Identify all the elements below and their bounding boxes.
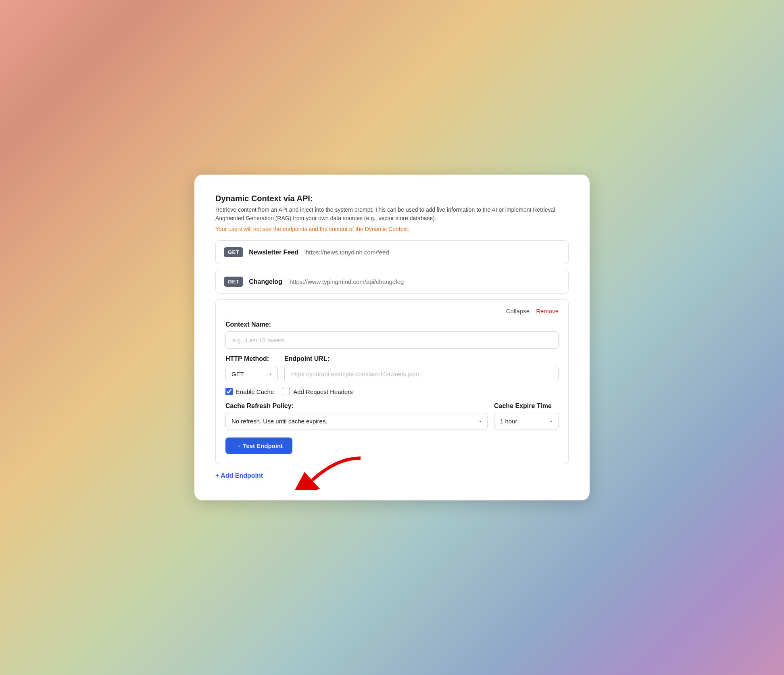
http-method-group: HTTP Method: GET POST PUT DELETE PATCH bbox=[225, 355, 278, 382]
expanded-endpoint-section: Collapse Remove Context Name: HTTP Metho… bbox=[215, 299, 569, 464]
add-request-headers-label: Add Request Headers bbox=[293, 388, 353, 395]
cache-expire-group: Cache Expire Time 1 hour 6 hours 12 hour… bbox=[494, 402, 559, 429]
main-card: Dynamic Context via API: Retrieve conten… bbox=[194, 175, 590, 500]
enable-cache-label: Enable Cache bbox=[236, 388, 274, 395]
cache-policy-label: Cache Refresh Policy: bbox=[225, 402, 488, 410]
add-endpoint-row: + Add Endpoint bbox=[215, 472, 569, 479]
expanded-header: Collapse Remove bbox=[225, 308, 559, 315]
context-name-label: Context Name: bbox=[225, 321, 559, 328]
endpoint-name-changelog: Changelog bbox=[249, 278, 282, 285]
collapse-button[interactable]: Collapse bbox=[506, 308, 530, 315]
add-request-headers-checkbox[interactable] bbox=[283, 388, 290, 395]
checkbox-row: Enable Cache Add Request Headers bbox=[225, 388, 559, 395]
method-url-row: HTTP Method: GET POST PUT DELETE PATCH E… bbox=[225, 355, 559, 382]
endpoint-item-newsletter: GET Newsletter Feed https://news.tonydin… bbox=[215, 240, 569, 264]
http-method-label: HTTP Method: bbox=[225, 355, 278, 362]
endpoint-item-changelog: GET Changelog https://www.typingmind.com… bbox=[215, 270, 569, 294]
context-name-input[interactable] bbox=[225, 331, 559, 349]
method-badge-changelog: GET bbox=[224, 277, 243, 287]
add-request-headers-checkbox-item[interactable]: Add Request Headers bbox=[283, 388, 353, 395]
cache-expire-select[interactable]: 1 hour 6 hours 12 hours 24 hours 7 days bbox=[494, 413, 559, 429]
section-warning: Your users will not see the endpoints an… bbox=[215, 226, 569, 232]
method-badge-newsletter: GET bbox=[224, 247, 243, 257]
add-endpoint-link[interactable]: + Add Endpoint bbox=[215, 472, 263, 479]
endpoint-url-group: Endpoint URL: bbox=[284, 355, 559, 382]
endpoint-url-label: Endpoint URL: bbox=[284, 355, 559, 362]
enable-cache-checkbox[interactable] bbox=[225, 388, 233, 395]
section-description: Retrieve content from an API and inject … bbox=[215, 206, 569, 223]
endpoint-url-changelog: https://www.typingmind.com/api/changelog bbox=[290, 278, 404, 285]
section-title: Dynamic Context via API: bbox=[215, 194, 569, 203]
cache-policy-group: Cache Refresh Policy: No refresh. Use un… bbox=[225, 402, 488, 429]
endpoint-url-input[interactable] bbox=[284, 366, 559, 382]
cache-policy-select[interactable]: No refresh. Use until cache expires. Ref… bbox=[225, 413, 488, 429]
http-method-select[interactable]: GET POST PUT DELETE PATCH bbox=[225, 366, 278, 382]
cache-row: Cache Refresh Policy: No refresh. Use un… bbox=[225, 402, 559, 429]
enable-cache-checkbox-item[interactable]: Enable Cache bbox=[225, 388, 274, 395]
test-endpoint-button[interactable]: → Test Endpoint bbox=[225, 438, 292, 454]
endpoint-url-newsletter: https://news.tonydinh.com/feed bbox=[306, 249, 389, 256]
remove-button[interactable]: Remove bbox=[536, 308, 559, 315]
endpoint-name-newsletter: Newsletter Feed bbox=[249, 249, 298, 256]
cache-expire-label: Cache Expire Time bbox=[494, 402, 559, 410]
